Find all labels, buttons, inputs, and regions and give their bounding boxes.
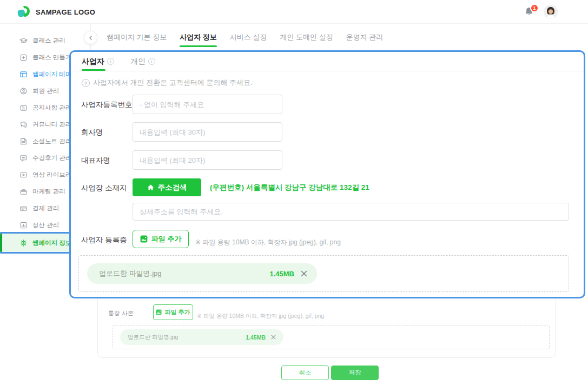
avatar-image [544, 5, 558, 19]
cancel-button[interactable]: 취소 [281, 366, 329, 380]
business-number-label: 사업자등록번호 [81, 100, 133, 110]
business-number-input[interactable] [133, 95, 282, 114]
company-name-input[interactable] [133, 122, 282, 142]
license-dropzone: 업로드한 파일명.jpg 1.45MB [78, 255, 569, 292]
license-file-name: 업로드한 파일명.jpg [99, 269, 264, 278]
business-license-label: 사업자 등록증 [81, 235, 127, 245]
close-icon [301, 270, 307, 277]
sampage-logo-icon [17, 5, 31, 19]
bankbook-uploaded-file-chip: 업로드한 파일명.jpg 1.45MB [120, 329, 283, 345]
bankbook-add-file-label: 파일 추가 [164, 308, 190, 316]
bankbook-add-file-button[interactable]: 파일 추가 [153, 304, 193, 320]
image-icon [156, 309, 162, 315]
bankbook-remove-file-button[interactable] [270, 334, 277, 341]
address-search-button[interactable]: 주소검색 [133, 178, 201, 196]
app-screen: SAMPAGE LOGO 1 클래스 관리 [0, 0, 588, 392]
address-value: (우편번호) 서울특별시 강남구 강남대로 132길 21 [210, 183, 369, 192]
ceo-name-input[interactable] [133, 150, 282, 170]
ceo-name-label: 대표자명 [81, 156, 110, 165]
bankbook-label: 통장 사본 [108, 309, 134, 317]
address-detail-input[interactable] [133, 203, 569, 221]
notification-badge: 1 [530, 4, 539, 12]
license-remove-file-button[interactable] [300, 269, 308, 278]
notification-bell-button[interactable]: 1 [524, 6, 538, 19]
business-info-highlight-panel: 사업자 i 개인 i ? 사업자에서 개인 전환은 고객센터에 문의해 주세요.… [69, 50, 585, 298]
bankbook-file-size: 1.45MB [246, 334, 266, 341]
company-name-label: 회사명 [81, 128, 103, 137]
image-icon [140, 235, 148, 243]
license-file-note: ※ 파일 용량 10MB 이하, 확장자 jpg (jpeg), gif, pn… [195, 238, 341, 247]
license-add-file-label: 파일 추가 [151, 234, 182, 244]
close-icon [271, 335, 276, 340]
bankbook-file-name: 업로드한 파일명.jpg [128, 334, 241, 341]
user-avatar[interactable] [544, 5, 558, 19]
bankbook-file-note: ※ 파일 용량 10MB 이하, 확장자 jpg (jpeg), gif, pn… [197, 313, 324, 320]
back-button[interactable] [84, 31, 97, 44]
license-add-file-button[interactable]: 파일 추가 [133, 230, 189, 248]
license-uploaded-file-chip: 업로드한 파일명.jpg 1.45MB [87, 263, 317, 284]
license-file-size: 1.45MB [269, 270, 294, 278]
chevron-left-icon [88, 35, 94, 41]
logo[interactable]: SAMPAGE LOGO [17, 5, 95, 19]
business-info-form: 사업자등록번호 회사명 대표자명 사업장 소재지 주소검색 (우편번호) 서울특… [71, 52, 584, 297]
save-button[interactable]: 저장 [331, 366, 379, 380]
business-address-label: 사업장 소재지 [81, 183, 127, 193]
home-icon [147, 184, 154, 191]
address-search-label: 주소검색 [158, 183, 187, 192]
logo-text: SAMPAGE LOGO [36, 8, 95, 16]
top-header: SAMPAGE LOGO 1 [0, 0, 588, 24]
